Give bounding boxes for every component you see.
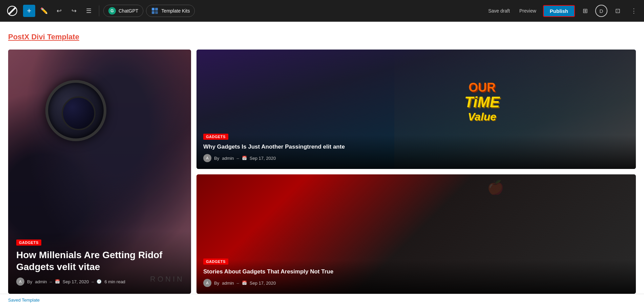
main-post-by: By: [27, 279, 32, 284]
wp-logo: [4, 0, 20, 22]
main-post-readtime: 6 min read: [104, 279, 125, 284]
sidebar-toggle-button[interactable]: ⊞: [579, 5, 591, 17]
status-template-link[interactable]: Template: [22, 298, 40, 303]
card1-calendar-icon: 📅: [242, 156, 247, 160]
svg-rect-0: [152, 8, 154, 11]
chatgpt-icon: G: [108, 7, 116, 15]
card1-overlay-content: GADGETS Why Gadgets Is Just Another Pass…: [196, 127, 636, 169]
page-title-post: Template: [45, 33, 79, 41]
layout-button[interactable]: ⊡: [611, 5, 624, 17]
main-post-card[interactable]: RONIN GADGETS How Millenials Are Getting…: [8, 50, 191, 294]
main-post-meta: A By admin – 📅 Sep 17, 2020 – 🕐 6 min re…: [16, 278, 183, 286]
status-bar: Saved Template: [0, 294, 644, 306]
sep1: –: [50, 279, 52, 284]
chatgpt-label: ChatGPT: [119, 8, 138, 14]
save-draft-button[interactable]: Save draft: [485, 6, 513, 16]
separator-1: [99, 5, 99, 16]
template-kits-button[interactable]: Template Kits: [146, 5, 195, 17]
more-options-button[interactable]: ⋮: [628, 5, 640, 17]
post-card-1[interactable]: OUR TiME Value GADGETS Why Gadgets Is Ju…: [196, 50, 636, 169]
card1-avatar: A: [203, 154, 211, 162]
card2-badge: GADGETS: [203, 259, 228, 265]
lens-inner: [62, 96, 96, 130]
main-post-badge: GADGETS: [16, 240, 41, 246]
card1-date: Sep 17, 2020: [250, 156, 276, 161]
svg-rect-2: [152, 11, 154, 14]
secondary-posts-column: OUR TiME Value GADGETS Why Gadgets Is Ju…: [196, 50, 636, 294]
main-content: PostX Divi Template RONIN GADGETS How Mi…: [0, 22, 644, 294]
status-saved-text: Saved: [8, 298, 21, 303]
page-title-link: Divi: [31, 33, 45, 41]
card2-sep: –: [237, 281, 239, 286]
preview-button[interactable]: Preview: [517, 6, 539, 16]
page-title-pre: PostX: [8, 33, 31, 41]
camera-image-decoration: [25, 66, 133, 161]
card2-author: admin: [222, 281, 234, 286]
toolbar: + ✏️ ↩ ↪ ☰ G ChatGPT Template Kits Save …: [0, 0, 644, 22]
post-card-2[interactable]: 🍎 GADGETS Stories About Gadgets That Are…: [196, 174, 636, 294]
wordpress-icon: [6, 5, 18, 17]
card2-apple-logo: 🍎: [487, 179, 504, 195]
posts-grid: RONIN GADGETS How Millenials Are Getting…: [8, 50, 636, 294]
svg-rect-3: [155, 11, 158, 14]
svg-rect-1: [155, 8, 158, 11]
card2-by: By: [214, 281, 219, 286]
card2-title: Stories About Gadgets That Aresimply Not…: [203, 268, 629, 275]
redo-button[interactable]: ↪: [68, 5, 80, 17]
card2-avatar: A: [203, 279, 211, 287]
card1-badge: GADGETS: [203, 134, 228, 140]
divi-button[interactable]: D: [595, 5, 607, 17]
card1-sep: –: [237, 156, 239, 161]
card1-meta: A By admin – 📅 Sep 17, 2020: [203, 154, 629, 162]
card2-date: Sep 17, 2020: [250, 281, 276, 286]
main-post-title: How Millenials Are Getting Ridof Gadgets…: [16, 249, 183, 273]
card2-meta: A By admin – 📅 Sep 17, 2020: [203, 279, 629, 287]
calendar-icon: 📅: [55, 279, 60, 284]
main-post-overlay: GADGETS How Millenials Are Getting Ridof…: [8, 231, 191, 294]
main-post-date: Sep 17, 2020: [63, 279, 89, 284]
page-title: PostX Divi Template: [8, 33, 636, 41]
template-kits-label: Template Kits: [161, 8, 190, 14]
undo-button[interactable]: ↩: [53, 5, 65, 17]
template-kits-icon: [151, 7, 159, 15]
card1-author: admin: [222, 156, 234, 161]
publish-button[interactable]: Publish: [543, 5, 575, 17]
card1-title: Why Gadgets Is Just Another Passingtrend…: [203, 143, 629, 151]
card1-by: By: [214, 156, 219, 161]
lens-outer: [45, 80, 106, 141]
add-block-button[interactable]: +: [23, 5, 35, 17]
edit-tool-button[interactable]: ✏️: [38, 5, 50, 17]
main-post-author: admin: [35, 279, 47, 284]
chatgpt-button[interactable]: G ChatGPT: [103, 5, 143, 17]
main-post-avatar: A: [16, 278, 24, 286]
clock-icon: 🕐: [97, 279, 102, 284]
sep2: –: [91, 279, 94, 284]
card2-overlay-content: GADGETS Stories About Gadgets That Aresi…: [196, 251, 636, 294]
status-text: Saved Template: [8, 298, 40, 303]
card2-calendar-icon: 📅: [242, 281, 247, 285]
list-view-button[interactable]: ☰: [83, 5, 95, 17]
toolbar-right: Save draft Preview Publish ⊞ D ⊡ ⋮: [485, 5, 640, 17]
